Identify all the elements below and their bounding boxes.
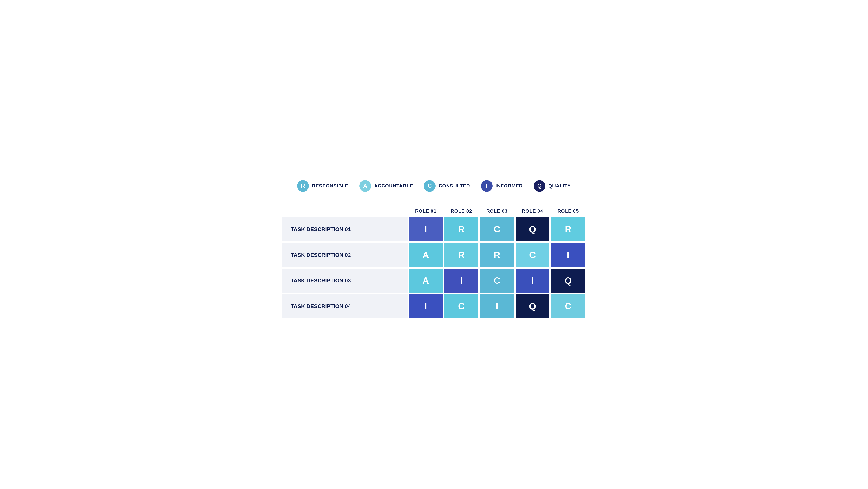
task-cell-2: TASK DESCRIPTION 02	[282, 243, 408, 267]
role-cell-r4-c1: I	[409, 294, 443, 318]
page-container: R RESPONSIBLE A ACCOUNTABLE C CONSULTED …	[282, 169, 586, 320]
role-cell-r4-c3: I	[480, 294, 514, 318]
matrix-row-2: TASK DESCRIPTION 02ARRCI	[282, 243, 586, 267]
role-cell-r4-c5: C	[551, 294, 585, 318]
legend-label-c: CONSULTED	[439, 183, 470, 189]
legend-item-i: I INFORMED	[481, 180, 523, 192]
role-cell-r2-c2: R	[444, 243, 478, 267]
legend-badge-a: A	[359, 180, 371, 192]
role-cell-r3-c2: I	[444, 269, 478, 293]
task-label-1: TASK DESCRIPTION 01	[291, 226, 351, 232]
column-header-3: ROLE 03	[479, 205, 515, 218]
matrix-container: ROLE 01ROLE 02ROLE 03ROLE 04ROLE 05 TASK…	[282, 205, 586, 320]
role-cell-r1-c1: I	[409, 218, 443, 241]
role-cell-r2-c5: I	[551, 243, 585, 267]
role-cell-r1-c5: R	[551, 218, 585, 241]
role-cell-r3-c4: I	[516, 269, 550, 293]
legend-badge-i: I	[481, 180, 493, 192]
role-cell-r2-c3: R	[480, 243, 514, 267]
legend-badge-c: C	[424, 180, 436, 192]
column-header-1: ROLE 01	[408, 205, 443, 218]
task-label-3: TASK DESCRIPTION 03	[291, 278, 351, 284]
role-cell-r1-c2: R	[444, 218, 478, 241]
task-cell-4: TASK DESCRIPTION 04	[282, 294, 408, 318]
matrix-row-3: TASK DESCRIPTION 03AICIQ	[282, 269, 586, 293]
task-cell-3: TASK DESCRIPTION 03	[282, 269, 408, 293]
role-cell-r1-c4: Q	[516, 218, 550, 241]
legend-badge-q: Q	[534, 180, 545, 192]
role-cell-r3-c1: A	[409, 269, 443, 293]
column-header-0	[282, 205, 408, 218]
column-header-4: ROLE 04	[515, 205, 550, 218]
legend-section: R RESPONSIBLE A ACCOUNTABLE C CONSULTED …	[282, 180, 586, 192]
role-cell-r3-c3: C	[480, 269, 514, 293]
matrix-row-1: TASK DESCRIPTION 01IRCQR	[282, 218, 586, 241]
legend-label-q: QUALITY	[548, 183, 571, 189]
column-header-2: ROLE 02	[443, 205, 479, 218]
matrix-row-4: TASK DESCRIPTION 04ICIQC	[282, 294, 586, 318]
matrix-body: TASK DESCRIPTION 01IRCQRTASK DESCRIPTION…	[282, 218, 586, 320]
role-cell-r3-c5: Q	[551, 269, 585, 293]
legend-badge-r: R	[297, 180, 309, 192]
task-label-2: TASK DESCRIPTION 02	[291, 252, 351, 258]
legend-label-i: INFORMED	[496, 183, 523, 189]
role-cell-r4-c2: C	[444, 294, 478, 318]
legend-item-a: A ACCOUNTABLE	[359, 180, 413, 192]
legend-item-r: R RESPONSIBLE	[297, 180, 348, 192]
role-cell-r4-c4: Q	[516, 294, 550, 318]
role-cell-r2-c1: A	[409, 243, 443, 267]
role-cell-r1-c3: C	[480, 218, 514, 241]
legend-item-c: C CONSULTED	[424, 180, 470, 192]
legend-label-a: ACCOUNTABLE	[374, 183, 413, 189]
matrix-header-row: ROLE 01ROLE 02ROLE 03ROLE 04ROLE 05	[282, 205, 586, 218]
column-header-5: ROLE 05	[550, 205, 586, 218]
legend-item-q: Q QUALITY	[534, 180, 571, 192]
task-label-4: TASK DESCRIPTION 04	[291, 303, 351, 309]
role-cell-r2-c4: C	[516, 243, 550, 267]
legend-label-r: RESPONSIBLE	[312, 183, 348, 189]
task-cell-1: TASK DESCRIPTION 01	[282, 218, 408, 241]
